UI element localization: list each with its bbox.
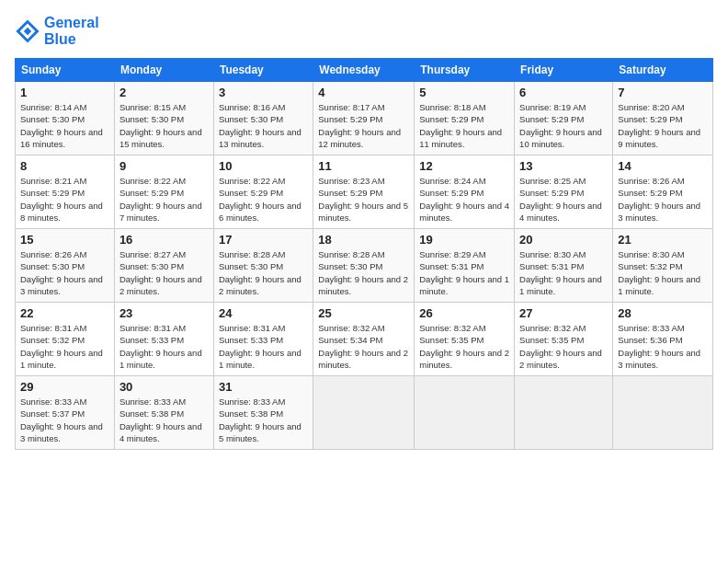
logo-text: General Blue: [44, 15, 99, 47]
day-info: Sunrise: 8:24 AM Sunset: 5:29 PM Dayligh…: [419, 175, 509, 224]
logo-icon: [15, 18, 40, 44]
day-info: Sunrise: 8:28 AM Sunset: 5:30 PM Dayligh…: [219, 248, 308, 297]
calendar-day-cell: 20 Sunrise: 8:30 AM Sunset: 5:31 PM Dayl…: [515, 229, 613, 303]
day-number: 9: [119, 159, 209, 173]
calendar-day-cell: 23 Sunrise: 8:31 AM Sunset: 5:33 PM Dayl…: [114, 303, 213, 376]
day-info: Sunrise: 8:14 AM Sunset: 5:30 PM Dayligh…: [20, 101, 109, 150]
day-number: 13: [519, 159, 608, 173]
calendar-day-header: Friday: [515, 59, 613, 82]
day-info: Sunrise: 8:30 AM Sunset: 5:32 PM Dayligh…: [618, 248, 708, 297]
day-info: Sunrise: 8:22 AM Sunset: 5:29 PM Dayligh…: [119, 175, 209, 224]
calendar-day-cell: 9 Sunrise: 8:22 AM Sunset: 5:29 PM Dayli…: [114, 155, 213, 229]
calendar-day-header: Monday: [114, 59, 213, 82]
calendar-day-cell: 15 Sunrise: 8:26 AM Sunset: 5:30 PM Dayl…: [16, 229, 115, 303]
calendar-table: SundayMondayTuesdayWednesdayThursdayFrid…: [15, 58, 713, 450]
day-number: 3: [219, 86, 308, 99]
calendar-week-row: 29 Sunrise: 8:33 AM Sunset: 5:37 PM Dayl…: [16, 376, 713, 450]
calendar-day-cell: 28 Sunrise: 8:33 AM Sunset: 5:36 PM Dayl…: [613, 303, 713, 376]
day-info: Sunrise: 8:33 AM Sunset: 5:37 PM Dayligh…: [20, 396, 109, 444]
calendar-day-cell: 13 Sunrise: 8:25 AM Sunset: 5:29 PM Dayl…: [515, 155, 613, 229]
calendar-day-cell: 25 Sunrise: 8:32 AM Sunset: 5:34 PM Dayl…: [313, 303, 415, 376]
calendar-day-cell: 11 Sunrise: 8:23 AM Sunset: 5:29 PM Dayl…: [313, 155, 415, 229]
day-number: 19: [419, 233, 509, 247]
day-info: Sunrise: 8:27 AM Sunset: 5:30 PM Dayligh…: [119, 248, 209, 297]
calendar-day-cell: [515, 376, 613, 450]
day-info: Sunrise: 8:22 AM Sunset: 5:29 PM Dayligh…: [219, 175, 308, 224]
day-number: 24: [219, 306, 308, 320]
logo: General Blue: [15, 15, 99, 47]
day-number: 2: [119, 86, 209, 99]
calendar-day-cell: 4 Sunrise: 8:17 AM Sunset: 5:29 PM Dayli…: [313, 82, 415, 155]
day-number: 5: [419, 86, 509, 99]
day-number: 10: [219, 159, 308, 173]
day-number: 26: [419, 306, 509, 320]
day-info: Sunrise: 8:32 AM Sunset: 5:34 PM Dayligh…: [318, 322, 409, 371]
calendar-day-header: Tuesday: [213, 59, 313, 82]
calendar-day-header: Thursday: [415, 59, 515, 82]
day-info: Sunrise: 8:28 AM Sunset: 5:30 PM Dayligh…: [318, 248, 409, 297]
day-number: 28: [618, 306, 708, 320]
calendar-day-cell: 8 Sunrise: 8:21 AM Sunset: 5:29 PM Dayli…: [16, 155, 115, 229]
day-number: 21: [618, 233, 708, 247]
day-number: 30: [119, 380, 209, 394]
day-info: Sunrise: 8:33 AM Sunset: 5:38 PM Dayligh…: [219, 396, 308, 444]
day-number: 29: [20, 380, 109, 394]
calendar-week-row: 15 Sunrise: 8:26 AM Sunset: 5:30 PM Dayl…: [16, 229, 713, 303]
calendar-day-cell: [313, 376, 415, 450]
calendar-day-cell: 6 Sunrise: 8:19 AM Sunset: 5:29 PM Dayli…: [515, 82, 613, 155]
calendar-header-row: SundayMondayTuesdayWednesdayThursdayFrid…: [16, 59, 713, 82]
day-number: 11: [318, 159, 409, 173]
day-number: 25: [318, 306, 409, 320]
day-info: Sunrise: 8:16 AM Sunset: 5:30 PM Dayligh…: [219, 101, 308, 150]
day-info: Sunrise: 8:30 AM Sunset: 5:31 PM Dayligh…: [519, 248, 608, 297]
day-number: 20: [519, 233, 608, 247]
calendar-day-cell: 18 Sunrise: 8:28 AM Sunset: 5:30 PM Dayl…: [313, 229, 415, 303]
day-info: Sunrise: 8:32 AM Sunset: 5:35 PM Dayligh…: [419, 322, 509, 371]
calendar-day-cell: 19 Sunrise: 8:29 AM Sunset: 5:31 PM Dayl…: [415, 229, 515, 303]
day-info: Sunrise: 8:32 AM Sunset: 5:35 PM Dayligh…: [519, 322, 608, 371]
calendar-day-cell: 12 Sunrise: 8:24 AM Sunset: 5:29 PM Dayl…: [415, 155, 515, 229]
day-number: 18: [318, 233, 409, 247]
calendar-day-cell: 29 Sunrise: 8:33 AM Sunset: 5:37 PM Dayl…: [16, 376, 115, 450]
calendar-day-cell: 3 Sunrise: 8:16 AM Sunset: 5:30 PM Dayli…: [213, 82, 313, 155]
header: General Blue: [15, 15, 713, 47]
day-number: 8: [20, 159, 109, 173]
calendar-day-header: Saturday: [613, 59, 713, 82]
calendar-week-row: 8 Sunrise: 8:21 AM Sunset: 5:29 PM Dayli…: [16, 155, 713, 229]
page-container: General Blue SundayMondayTuesdayWednesda…: [0, 0, 728, 459]
day-number: 31: [219, 380, 308, 394]
calendar-day-cell: 2 Sunrise: 8:15 AM Sunset: 5:30 PM Dayli…: [114, 82, 213, 155]
day-number: 15: [20, 233, 109, 247]
day-number: 22: [20, 306, 109, 320]
day-number: 14: [618, 159, 708, 173]
calendar-day-cell: [613, 376, 713, 450]
day-number: 7: [618, 86, 708, 99]
day-info: Sunrise: 8:31 AM Sunset: 5:33 PM Dayligh…: [219, 322, 308, 371]
day-info: Sunrise: 8:31 AM Sunset: 5:33 PM Dayligh…: [119, 322, 209, 371]
day-info: Sunrise: 8:33 AM Sunset: 5:38 PM Dayligh…: [119, 396, 209, 444]
calendar-day-cell: 1 Sunrise: 8:14 AM Sunset: 5:30 PM Dayli…: [16, 82, 115, 155]
calendar-day-cell: 22 Sunrise: 8:31 AM Sunset: 5:32 PM Dayl…: [16, 303, 115, 376]
calendar-body: 1 Sunrise: 8:14 AM Sunset: 5:30 PM Dayli…: [16, 82, 713, 450]
day-info: Sunrise: 8:29 AM Sunset: 5:31 PM Dayligh…: [419, 248, 509, 297]
day-number: 1: [20, 86, 109, 99]
calendar-week-row: 22 Sunrise: 8:31 AM Sunset: 5:32 PM Dayl…: [16, 303, 713, 376]
day-info: Sunrise: 8:20 AM Sunset: 5:29 PM Dayligh…: [618, 101, 708, 150]
calendar-day-cell: 31 Sunrise: 8:33 AM Sunset: 5:38 PM Dayl…: [213, 376, 313, 450]
calendar-day-cell: 27 Sunrise: 8:32 AM Sunset: 5:35 PM Dayl…: [515, 303, 613, 376]
calendar-day-header: Sunday: [16, 59, 115, 82]
day-number: 12: [419, 159, 509, 173]
calendar-week-row: 1 Sunrise: 8:14 AM Sunset: 5:30 PM Dayli…: [16, 82, 713, 155]
day-number: 4: [318, 86, 409, 99]
day-info: Sunrise: 8:25 AM Sunset: 5:29 PM Dayligh…: [519, 175, 608, 224]
calendar-day-cell: 17 Sunrise: 8:28 AM Sunset: 5:30 PM Dayl…: [213, 229, 313, 303]
day-number: 17: [219, 233, 308, 247]
calendar-day-cell: 26 Sunrise: 8:32 AM Sunset: 5:35 PM Dayl…: [415, 303, 515, 376]
day-info: Sunrise: 8:19 AM Sunset: 5:29 PM Dayligh…: [519, 101, 608, 150]
day-number: 27: [519, 306, 608, 320]
day-info: Sunrise: 8:23 AM Sunset: 5:29 PM Dayligh…: [318, 175, 409, 224]
day-info: Sunrise: 8:31 AM Sunset: 5:32 PM Dayligh…: [20, 322, 109, 371]
calendar-day-cell: [415, 376, 515, 450]
day-info: Sunrise: 8:15 AM Sunset: 5:30 PM Dayligh…: [119, 101, 209, 150]
day-info: Sunrise: 8:26 AM Sunset: 5:29 PM Dayligh…: [618, 175, 708, 224]
